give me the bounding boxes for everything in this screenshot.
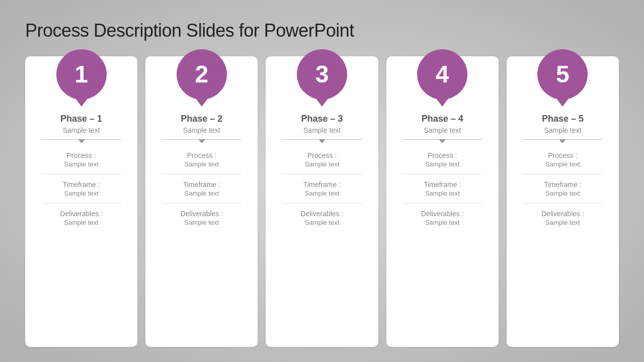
phase-bubble-5: 5 xyxy=(537,49,588,100)
phase-title-4: Phase – 4 xyxy=(395,114,490,124)
deliverables-section-1: Deliverables : Sample text xyxy=(34,207,128,229)
deliverables-section-2: Deliverables : Sample text xyxy=(154,207,249,229)
divider-timeframe-1 xyxy=(41,203,121,204)
process-section-5: Process : Sample text xyxy=(516,148,610,171)
timeframe-value-4: Sample text xyxy=(395,190,490,197)
divider-arrow-4 xyxy=(395,139,490,143)
divider-arrow-5 xyxy=(516,139,610,143)
phase-sample-2: Sample text xyxy=(154,126,249,134)
phase-sample-1: Sample text xyxy=(34,126,128,134)
divider-timeframe-3 xyxy=(282,203,362,204)
process-section-2: Process : Sample text xyxy=(154,148,249,171)
process-value-5: Sample text xyxy=(516,160,610,168)
deliverables-label-4: Deliverables : xyxy=(395,210,490,218)
timeframe-section-2: Timeframe : Sample text xyxy=(154,177,249,200)
deliverables-value-5: Sample text xyxy=(516,219,610,226)
timeframe-section-4: Timeframe : Sample text xyxy=(395,177,490,200)
process-label-5: Process : xyxy=(516,151,610,159)
deliverables-section-4: Deliverables : Sample text xyxy=(395,207,490,229)
process-section-3: Process : Sample text xyxy=(275,148,369,171)
process-section-1: Process : Sample text xyxy=(34,148,128,171)
process-value-4: Sample text xyxy=(395,160,490,168)
chevron-down-icon-2 xyxy=(198,139,205,143)
divider-timeframe-5 xyxy=(523,203,603,204)
divider-process-1 xyxy=(41,174,121,174)
chevron-down-icon-1 xyxy=(78,139,85,143)
phase-bubble-1: 1 xyxy=(56,49,107,100)
phase-title-5: Phase – 5 xyxy=(516,114,610,124)
timeframe-label-5: Timeframe : xyxy=(516,180,610,189)
timeframe-label-4: Timeframe : xyxy=(395,180,490,189)
divider-process-3 xyxy=(282,174,362,174)
timeframe-label-3: Timeframe : xyxy=(275,180,369,189)
deliverables-label-3: Deliverables : xyxy=(275,210,369,218)
card-1: 1 Phase – 1 Sample text Process : Sample… xyxy=(25,56,137,347)
phase-sample-5: Sample text xyxy=(516,126,610,134)
card-3: 3 Phase – 3 Sample text Process : Sample… xyxy=(266,56,378,347)
cards-container: 1 Phase – 1 Sample text Process : Sample… xyxy=(25,56,619,347)
divider-process-4 xyxy=(403,174,482,174)
process-label-4: Process : xyxy=(395,151,490,159)
process-label-1: Process : xyxy=(34,151,128,159)
phase-section-1: Phase – 1 Sample text xyxy=(34,114,128,134)
deliverables-value-1: Sample text xyxy=(34,219,128,226)
phase-number-2: 2 xyxy=(195,62,208,86)
divider-arrow-3 xyxy=(275,139,369,143)
deliverables-section-3: Deliverables : Sample text xyxy=(275,207,369,229)
timeframe-value-3: Sample text xyxy=(275,190,369,197)
phase-number-5: 5 xyxy=(556,62,570,86)
phase-bubble-2: 2 xyxy=(177,49,227,100)
process-section-4: Process : Sample text xyxy=(395,148,490,171)
deliverables-section-5: Deliverables : Sample text xyxy=(516,207,610,229)
phase-sample-3: Sample text xyxy=(275,126,369,134)
phase-bubble-3: 3 xyxy=(297,49,347,100)
divider-process-2 xyxy=(162,174,242,174)
chevron-down-icon-3 xyxy=(318,139,326,143)
timeframe-label-1: Timeframe : xyxy=(34,180,128,189)
card-4: 4 Phase – 4 Sample text Process : Sample… xyxy=(386,56,499,347)
timeframe-value-5: Sample text xyxy=(516,190,610,197)
phase-section-4: Phase – 4 Sample text xyxy=(395,114,490,134)
divider-timeframe-4 xyxy=(403,203,482,204)
process-value-3: Sample text xyxy=(275,160,369,168)
chevron-down-icon-5 xyxy=(559,139,566,143)
timeframe-section-3: Timeframe : Sample text xyxy=(275,177,369,200)
phase-number-4: 4 xyxy=(436,62,449,86)
phase-title-2: Phase – 2 xyxy=(154,114,249,124)
phase-sample-4: Sample text xyxy=(395,126,490,134)
deliverables-label-1: Deliverables : xyxy=(34,210,128,218)
phase-title-1: Phase – 1 xyxy=(34,114,128,124)
timeframe-section-5: Timeframe : Sample text xyxy=(516,177,610,200)
chevron-down-icon-4 xyxy=(439,139,446,143)
deliverables-label-2: Deliverables : xyxy=(154,210,249,218)
deliverables-value-4: Sample text xyxy=(395,219,490,226)
timeframe-label-2: Timeframe : xyxy=(154,180,249,189)
phase-bubble-4: 4 xyxy=(417,49,467,100)
phase-number-1: 1 xyxy=(74,62,88,86)
process-label-2: Process : xyxy=(154,151,249,159)
card-5: 5 Phase – 5 Sample text Process : Sample… xyxy=(507,56,619,347)
divider-timeframe-2 xyxy=(162,203,242,204)
phase-section-2: Phase – 2 Sample text xyxy=(154,114,249,134)
process-value-1: Sample text xyxy=(34,160,128,168)
divider-arrow-1 xyxy=(34,139,128,143)
timeframe-value-2: Sample text xyxy=(154,190,249,197)
phase-title-3: Phase – 3 xyxy=(275,114,369,124)
page-title: Process Description Slides for PowerPoin… xyxy=(25,20,619,41)
process-label-3: Process : xyxy=(275,151,369,159)
deliverables-value-3: Sample text xyxy=(275,219,369,226)
card-2: 2 Phase – 2 Sample text Process : Sample… xyxy=(145,56,258,347)
phase-section-5: Phase – 5 Sample text xyxy=(516,114,610,134)
timeframe-section-1: Timeframe : Sample text xyxy=(34,177,128,200)
deliverables-label-5: Deliverables : xyxy=(516,210,610,218)
divider-arrow-2 xyxy=(154,139,249,143)
timeframe-value-1: Sample text xyxy=(34,190,128,197)
deliverables-value-2: Sample text xyxy=(154,219,249,226)
phase-section-3: Phase – 3 Sample text xyxy=(275,114,369,134)
phase-number-3: 3 xyxy=(315,62,329,86)
process-value-2: Sample text xyxy=(154,160,249,168)
divider-process-5 xyxy=(523,174,603,174)
